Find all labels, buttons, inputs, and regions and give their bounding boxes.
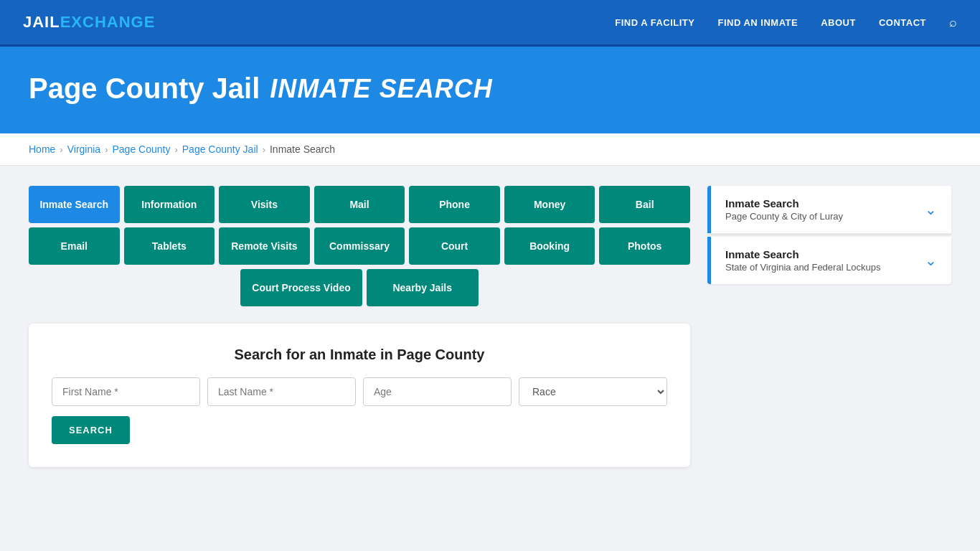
search-panel-title: Search for an Inmate in Page County xyxy=(52,347,667,363)
nav-find-inmate[interactable]: FIND AN INMATE xyxy=(717,17,798,28)
tab-photos[interactable]: Photos xyxy=(599,227,690,265)
sidebar-divider xyxy=(707,235,951,235)
tab-phone[interactable]: Phone xyxy=(409,186,500,223)
left-column: Inmate Search Information Visits Mail Ph… xyxy=(29,186,690,467)
tab-money[interactable]: Money xyxy=(504,186,595,223)
hero-title-main: Page County Jail xyxy=(29,72,260,105)
breadcrumb: Home › Virginia › Page County › Page Cou… xyxy=(0,133,980,166)
breadcrumb-sep-1: › xyxy=(60,144,62,155)
first-name-input[interactable] xyxy=(52,377,200,406)
page-title: Page County Jail INMATE SEARCH xyxy=(29,72,951,105)
tab-remote-visits[interactable]: Remote Visits xyxy=(219,227,310,265)
breadcrumb-home[interactable]: Home xyxy=(29,143,55,155)
breadcrumb-virginia[interactable]: Virginia xyxy=(67,143,100,155)
nav-contact[interactable]: CONTACT xyxy=(879,17,926,28)
sidebar-card-2-sub: State of Virginia and Federal Lockups xyxy=(725,262,881,273)
main-content: Inmate Search Information Visits Mail Ph… xyxy=(0,166,980,487)
tab-email[interactable]: Email xyxy=(29,227,120,265)
tab-tablets[interactable]: Tablets xyxy=(124,227,215,265)
breadcrumb-sep-2: › xyxy=(105,144,108,155)
nav-about[interactable]: ABOUT xyxy=(821,17,856,28)
tab-commissary[interactable]: Commissary xyxy=(314,227,405,265)
search-icon[interactable]: ⌕ xyxy=(949,15,957,30)
tab-inmate-search[interactable]: Inmate Search xyxy=(29,186,120,223)
sidebar-card-1-title: Inmate Search xyxy=(725,197,843,209)
tabs-row3: Court Process Video Nearby Jails xyxy=(29,269,690,306)
tab-bail[interactable]: Bail xyxy=(599,186,690,223)
chevron-down-icon-2: ⌄ xyxy=(925,252,937,269)
sidebar-card-page-county[interactable]: Inmate Search Page County & City of Lura… xyxy=(707,186,951,233)
tabs-row2: Email Tablets Remote Visits Commissary C… xyxy=(29,227,690,265)
nav-links: FIND A FACILITY FIND AN INMATE ABOUT CON… xyxy=(615,15,957,30)
tab-visits[interactable]: Visits xyxy=(219,186,310,223)
search-button[interactable]: SEARCH xyxy=(52,416,130,444)
nav-find-facility[interactable]: FIND A FACILITY xyxy=(615,17,694,28)
last-name-input[interactable] xyxy=(207,377,356,406)
age-input[interactable] xyxy=(363,377,512,406)
sidebar-card-2-title: Inmate Search xyxy=(725,248,881,260)
tabs-row1: Inmate Search Information Visits Mail Ph… xyxy=(29,186,690,223)
breadcrumb-sep-3: › xyxy=(174,144,177,155)
tab-court[interactable]: Court xyxy=(409,227,500,265)
tab-information[interactable]: Information xyxy=(124,186,215,223)
chevron-down-icon-1: ⌄ xyxy=(925,201,937,218)
breadcrumb-page-county-jail[interactable]: Page County Jail xyxy=(182,143,258,155)
sidebar-card-state-virginia[interactable]: Inmate Search State of Virginia and Fede… xyxy=(707,237,951,284)
race-select[interactable]: Race White Black Hispanic Asian Other xyxy=(519,377,667,406)
hero-banner: Page County Jail INMATE SEARCH xyxy=(0,47,980,133)
tab-nearby-jails[interactable]: Nearby Jails xyxy=(367,269,479,306)
tab-mail[interactable]: Mail xyxy=(314,186,405,223)
search-fields: Race White Black Hispanic Asian Other xyxy=(52,377,667,406)
logo-jail: JAIL xyxy=(23,13,60,32)
navbar: JAILEXCHANGE FIND A FACILITY FIND AN INM… xyxy=(0,0,980,47)
tab-booking[interactable]: Booking xyxy=(504,227,595,265)
hero-title-sub: INMATE SEARCH xyxy=(270,74,492,104)
breadcrumb-page-county[interactable]: Page County xyxy=(112,143,170,155)
right-column: Inmate Search Page County & City of Lura… xyxy=(707,186,951,284)
search-panel: Search for an Inmate in Page County Race… xyxy=(29,324,690,467)
tab-court-process-video[interactable]: Court Process Video xyxy=(240,269,362,306)
logo-exchange: EXCHANGE xyxy=(60,13,156,32)
sidebar-card-1-sub: Page County & City of Luray xyxy=(725,211,843,222)
breadcrumb-sep-4: › xyxy=(263,144,265,155)
breadcrumb-inmate-search: Inmate Search xyxy=(270,143,335,155)
logo: JAILEXCHANGE xyxy=(23,13,155,32)
